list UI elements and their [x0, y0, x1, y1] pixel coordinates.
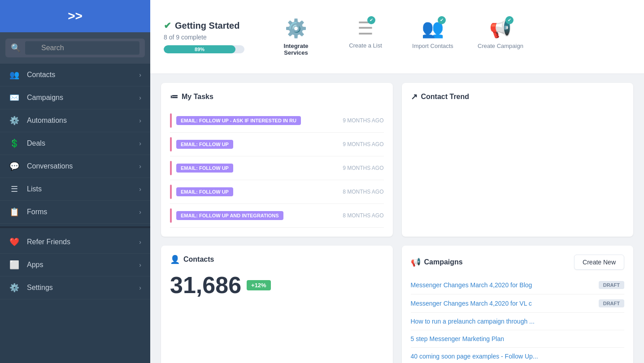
- gs-campaign-icon-wrap: 📢 ✔: [489, 18, 512, 39]
- sidebar-label-campaigns: Campaigns: [27, 94, 63, 102]
- sidebar-item-forms[interactable]: 📋 Forms ›: [0, 201, 150, 224]
- sidebar: >> 🔍 👥 Contacts › ✉️ Campaigns › ⚙️ Auto…: [0, 0, 150, 363]
- gs-import-check: ✔: [438, 16, 446, 24]
- task-list: EMAIL: FOLLOW UP - ASK IF INTERESTED IN …: [170, 109, 384, 228]
- gs-title-block: ✔ Getting Started 8 of 9 complete 89%: [164, 20, 253, 53]
- gs-step-import-contacts[interactable]: 👥 ✔ Import Contacts: [410, 18, 455, 49]
- campaigns-card: 📢 Campaigns Create New Messenger Changes…: [402, 246, 634, 363]
- gs-title-text: Getting Started: [175, 21, 239, 31]
- campaigns-card-title: 📢 Campaigns: [411, 257, 463, 267]
- task-left-4: EMAIL: FOLLOW UP AND INTEGRATIONS: [170, 208, 283, 223]
- chevron-forms: ›: [139, 208, 141, 216]
- campaign-item-3: 5 step Messenger Marketing Plan: [411, 330, 625, 348]
- gs-steps: ⚙️ Integrate Services ☰ ✔ Create a List …: [271, 18, 523, 56]
- contacts-card-title: 👤 Contacts: [170, 255, 384, 264]
- campaign-name-3[interactable]: 5 step Messenger Marketing Plan: [411, 335, 505, 342]
- contact-trend-title: ↗ Contact Trend: [411, 92, 625, 102]
- chevron-lists: ›: [139, 186, 141, 193]
- gs-integrate-icon: ⚙️: [285, 18, 307, 38]
- gs-step-integrate[interactable]: ⚙️ Integrate Services: [271, 18, 321, 56]
- create-new-button[interactable]: Create New: [574, 255, 624, 270]
- contacts-icon: 👥: [9, 70, 20, 80]
- sidebar-label-automations: Automations: [27, 117, 67, 125]
- sidebar-label-forms: Forms: [27, 208, 47, 216]
- task-item: EMAIL: FOLLOW UP AND INTEGRATIONS 8 MONT…: [170, 204, 384, 228]
- sidebar-item-settings[interactable]: ⚙️ Settings ›: [0, 277, 150, 299]
- tasks-title-text: My Tasks: [182, 93, 213, 101]
- gs-list-check: ✔: [367, 16, 375, 24]
- search-input[interactable]: [25, 41, 139, 55]
- search-icon: 🔍: [11, 43, 21, 53]
- sidebar-item-deals[interactable]: 💲 Deals ›: [0, 132, 150, 155]
- task-bar-2: [170, 161, 172, 175]
- campaign-item-0: Messenger Changes March 4,2020 for Blog …: [411, 276, 625, 294]
- trend-title-text: Contact Trend: [421, 93, 470, 101]
- automations-icon: ⚙️: [9, 116, 20, 125]
- trend-icon: ↗: [411, 92, 418, 102]
- task-left-0: EMAIL: FOLLOW UP - ASK IF INTERESTED IN …: [170, 113, 301, 128]
- sidebar-header: >>: [0, 0, 150, 32]
- task-bar-4: [170, 208, 172, 223]
- gs-campaign-check: ✔: [505, 16, 513, 24]
- gs-integrate-label: Integrate Services: [271, 43, 321, 56]
- task-left-2: EMAIL: FOLLOW UP: [170, 161, 233, 175]
- task-time-0: 9 MONTHS AGO: [343, 117, 383, 124]
- task-bar-0: [170, 113, 172, 128]
- gs-step-create-list[interactable]: ☰ ✔ Create a List: [343, 18, 388, 49]
- chevron-deals: ›: [139, 140, 141, 147]
- sidebar-item-conversations[interactable]: 💬 Conversations ›: [0, 155, 150, 178]
- contacts-count-value: 31,686: [170, 272, 241, 298]
- sidebar-divider: [0, 226, 150, 228]
- campaign-item-2: How to run a prelaunch campaign through …: [411, 313, 625, 330]
- main-content: ✔ Getting Started 8 of 9 complete 89% ⚙️…: [150, 0, 644, 363]
- gs-check-icon: ✔: [164, 20, 171, 31]
- sidebar-item-campaigns[interactable]: ✉️ Campaigns ›: [0, 86, 150, 109]
- search-wrapper: 🔍: [5, 39, 145, 57]
- gs-list-icon-wrap: ☰ ✔: [357, 18, 374, 39]
- sidebar-label-lists: Lists: [27, 185, 42, 193]
- gs-step-create-campaign[interactable]: 📢 ✔ Create Campaign: [478, 18, 523, 49]
- sidebar-item-lists[interactable]: ☰ Lists ›: [0, 178, 150, 201]
- contacts-card-icon: 👤: [170, 255, 180, 264]
- task-badge-4: EMAIL: FOLLOW UP AND INTEGRATIONS: [176, 211, 283, 220]
- task-badge-0: EMAIL: FOLLOW UP - ASK IF INTERESTED IN …: [176, 116, 301, 125]
- tasks-title-icon: ≔: [170, 92, 178, 102]
- task-item: EMAIL: FOLLOW UP 9 MONTHS AGO: [170, 156, 384, 180]
- campaign-badge-0: DRAFT: [599, 281, 624, 289]
- sidebar-label-refer-friends: Refer Friends: [27, 238, 70, 246]
- sidebar-item-contacts[interactable]: 👥 Contacts ›: [0, 64, 150, 86]
- campaigns-title-text: Campaigns: [424, 258, 463, 266]
- campaign-item-1: Messenger Changes March 4,2020 for VL c …: [411, 294, 625, 313]
- gs-list-label: Create a List: [349, 42, 382, 49]
- chevron-conversations: ›: [139, 163, 141, 170]
- progress-percent-label: 89%: [195, 47, 205, 52]
- gs-import-icon-wrap: 👥 ✔: [422, 18, 444, 39]
- logo-icon: >>: [68, 9, 83, 23]
- my-tasks-card: ≔ My Tasks EMAIL: FOLLOW UP - ASK IF INT…: [161, 83, 393, 237]
- refer-friends-icon: ❤️: [9, 237, 20, 247]
- sidebar-label-conversations: Conversations: [27, 162, 73, 170]
- campaign-name-0[interactable]: Messenger Changes March 4,2020 for Blog: [411, 281, 532, 289]
- contacts-count-block: 31,686 +12%: [170, 272, 384, 298]
- gs-integrate-icon-wrap: ⚙️: [285, 18, 307, 39]
- task-item: EMAIL: FOLLOW UP - ASK IF INTERESTED IN …: [170, 109, 384, 133]
- gs-subtitle: 8 of 9 complete: [164, 34, 253, 41]
- campaign-name-2[interactable]: How to run a prelaunch campaign through …: [411, 318, 535, 325]
- task-time-2: 9 MONTHS AGO: [343, 165, 383, 171]
- chevron-settings: ›: [139, 284, 141, 291]
- getting-started-section: ✔ Getting Started 8 of 9 complete 89% ⚙️…: [150, 0, 644, 74]
- campaign-item-4: 40 coming soon page examples - Follow Up…: [411, 348, 625, 363]
- task-time-4: 8 MONTHS AGO: [343, 212, 383, 219]
- my-tasks-title: ≔ My Tasks: [170, 92, 384, 102]
- campaign-name-4[interactable]: 40 coming soon page examples - Follow Up…: [411, 353, 538, 360]
- campaign-name-1[interactable]: Messenger Changes March 4,2020 for VL c: [411, 300, 532, 307]
- sidebar-item-refer-friends[interactable]: ❤️ Refer Friends ›: [0, 231, 150, 254]
- task-item: EMAIL: FOLLOW UP 9 MONTHS AGO: [170, 133, 384, 156]
- campaigns-header: 📢 Campaigns Create New: [411, 255, 625, 270]
- settings-icon: ⚙️: [9, 283, 20, 293]
- sidebar-item-apps[interactable]: ⬜ Apps ›: [0, 254, 150, 277]
- task-bar-1: [170, 137, 172, 151]
- chevron-automations: ›: [139, 117, 141, 124]
- sidebar-item-automations[interactable]: ⚙️ Automations ›: [0, 109, 150, 132]
- contacts-card: 👤 Contacts 31,686 +12%: [161, 246, 393, 363]
